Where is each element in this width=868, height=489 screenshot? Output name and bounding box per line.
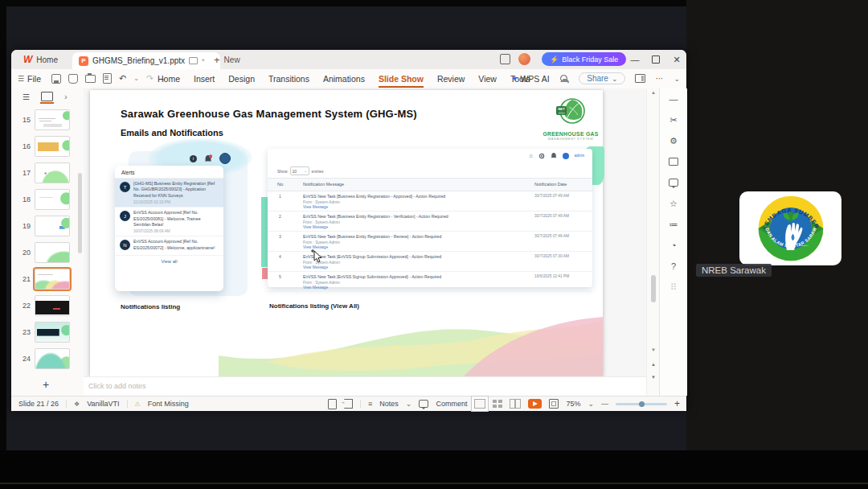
fit-slide-icon[interactable]: [549, 399, 559, 409]
reading-view-icon[interactable]: [510, 399, 521, 409]
slide-canvas[interactable]: Sarawak Greenhouse Gas Management System…: [90, 90, 603, 376]
slide-thumbnail-row[interactable]: 17: [11, 159, 80, 186]
minimize-button[interactable]: —: [628, 53, 641, 66]
redo-icon[interactable]: ↷: [146, 73, 154, 84]
collapse-ribbon-icon[interactable]: ⌄: [674, 75, 680, 83]
slide-thumbnail[interactable]: [35, 216, 70, 236]
zoom-slider-handle[interactable]: [639, 401, 645, 407]
save-icon[interactable]: [51, 74, 61, 84]
zoom-caret-icon[interactable]: ⌄: [588, 400, 594, 408]
participant-video-tile[interactable]: LEMBAGA SUMBER ASLI DAN ALAM SEKITAR SAR…: [739, 191, 841, 265]
file-menu[interactable]: ☰ File: [18, 69, 41, 88]
tab-home[interactable]: W Home: [16, 51, 65, 68]
slideshow-play-button[interactable]: [528, 399, 542, 409]
next-slide-icon[interactable]: ▼: [647, 375, 660, 380]
view-message-link[interactable]: View Message: [303, 205, 520, 209]
slide-thumbnail-row[interactable]: 20: [11, 239, 80, 265]
comment-icon[interactable]: [419, 400, 428, 408]
account-avatar[interactable]: [518, 53, 530, 65]
wps-ai-menu[interactable]: ✦ WPS AI: [511, 69, 567, 88]
view-message-link[interactable]: View Message: [303, 286, 520, 290]
ribbon-menu-item[interactable]: Transitions: [268, 69, 309, 88]
export-icon[interactable]: [68, 74, 78, 84]
slide-thumbnail[interactable]: [35, 295, 70, 316]
maximize-button[interactable]: [649, 53, 662, 66]
notes-caret-icon[interactable]: ⌄: [406, 400, 412, 408]
page-size-select[interactable]: 10 ⌄: [290, 166, 309, 175]
table-row[interactable]: 1 EnVSS New Task [Business Entity Regist…: [268, 191, 592, 212]
expand-panel-icon[interactable]: ›: [64, 92, 68, 101]
notes-area[interactable]: Click to add notes: [84, 376, 646, 397]
ribbon-menu-item[interactable]: Home: [158, 69, 180, 88]
ribbon-menu-item[interactable]: Slide Show: [379, 69, 424, 88]
slide-thumbnail-row[interactable]: 18: [11, 186, 80, 212]
slide-thumbnail-row[interactable]: 23: [11, 318, 80, 345]
view-message-link[interactable]: View Message: [303, 245, 520, 249]
browser-mode-icon[interactable]: [500, 54, 510, 64]
slide-thumbnail[interactable]: [35, 189, 70, 210]
notes-page-icon[interactable]: [328, 399, 337, 409]
slide-thumbnail[interactable]: [35, 322, 70, 343]
notes-toggle[interactable]: Notes: [379, 400, 399, 408]
slide-thumbnail-row[interactable]: 24: [11, 345, 80, 372]
zoom-level[interactable]: 75%: [566, 400, 580, 408]
share-button[interactable]: Share ⌄: [579, 72, 625, 84]
jump-to-icon[interactable]: [344, 399, 353, 409]
table-row[interactable]: 5 EnVSS New Task [EnVSS Signup Submissio…: [268, 272, 592, 292]
slide-thumbnail[interactable]: [35, 242, 70, 263]
task-pane-icon[interactable]: [635, 74, 645, 83]
scrollbar-thumb[interactable]: [651, 275, 656, 302]
apps-grid-icon[interactable]: ⠿: [660, 277, 687, 298]
help-icon[interactable]: ?: [660, 256, 687, 277]
theme-name[interactable]: VanillaVTI: [87, 400, 119, 408]
font-missing-label[interactable]: Font Missing: [148, 400, 189, 408]
zoom-out-button[interactable]: —: [601, 400, 608, 408]
slide-thumbnail-row[interactable]: 16: [11, 133, 80, 159]
settings-gear-icon[interactable]: ⚙: [660, 130, 687, 151]
cloud-sync-icon[interactable]: ☁: [559, 73, 569, 84]
slide-view-icon[interactable]: [41, 92, 53, 101]
promo-banner-button[interactable]: ⚡ Black Friday Sale: [542, 52, 626, 66]
alert-item[interactable]: J EnVSS Account Approved [Ref No. ES/202…: [115, 208, 223, 236]
slide-thumbnail-row[interactable]: 22: [11, 292, 80, 318]
adjust-sliders-icon[interactable]: ≔: [660, 214, 687, 235]
ribbon-menu-item[interactable]: Insert: [194, 69, 215, 88]
slide-thumbnail[interactable]: [35, 269, 70, 290]
view-message-link[interactable]: View Message: [303, 225, 520, 229]
thumbnail-scrollbar[interactable]: [78, 173, 82, 253]
scroll-up-icon[interactable]: ▲: [647, 90, 660, 95]
beautify-icon[interactable]: ✂: [660, 109, 687, 130]
collapse-sidebar-icon[interactable]: —: [660, 88, 687, 109]
view-all-link[interactable]: View all: [115, 256, 223, 267]
comment-label[interactable]: Comment: [436, 400, 467, 408]
slide-thumbnail[interactable]: [35, 162, 70, 183]
scroll-down-icon[interactable]: ▼: [647, 347, 660, 352]
add-slide-button[interactable]: +: [11, 378, 80, 391]
tab-document[interactable]: P GHGMS_Briefing_v1.pptx *: [72, 52, 220, 69]
layers-icon[interactable]: [660, 151, 687, 172]
undo-dropdown-icon[interactable]: ⌄: [133, 75, 139, 82]
new-tab-button[interactable]: + New: [214, 51, 240, 68]
slide-thumbnail[interactable]: [35, 348, 70, 369]
ribbon-menu-item[interactable]: View: [478, 69, 497, 88]
normal-view-icon[interactable]: [474, 399, 485, 409]
previous-slide-icon[interactable]: ▲: [647, 362, 660, 367]
zoom-slider[interactable]: [616, 403, 667, 405]
outline-view-icon[interactable]: ☰: [23, 92, 30, 101]
print-preview-icon[interactable]: [103, 73, 112, 84]
slide-thumbnail[interactable]: [35, 109, 70, 130]
alert-item[interactable]: N EnVSS Account Approved [Ref No. ES/202…: [115, 236, 223, 256]
undo-icon[interactable]: ↶: [119, 73, 126, 84]
slide-sorter-icon[interactable]: [493, 400, 502, 408]
ribbon-menu-item[interactable]: Animations: [323, 69, 365, 88]
more-options-icon[interactable]: ⋯: [655, 74, 664, 83]
table-row[interactable]: 2 EnVSS New Task [Business Entity Regist…: [268, 212, 592, 232]
ribbon-menu-item[interactable]: Design: [228, 69, 255, 88]
comment-bubble-icon[interactable]: [660, 172, 687, 193]
history-clock-icon[interactable]: ◔: [660, 235, 687, 256]
slide-thumbnail-row[interactable]: 15: [11, 106, 80, 133]
view-message-link[interactable]: View Message: [303, 265, 520, 269]
slide-thumbnail[interactable]: [35, 136, 70, 157]
ribbon-menu-item[interactable]: Review: [437, 69, 465, 88]
favorites-star-icon[interactable]: ☆: [660, 193, 687, 214]
